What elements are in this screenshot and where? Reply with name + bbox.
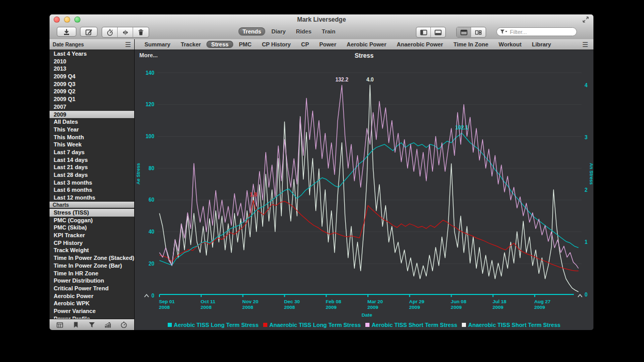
view-tab-trends[interactable]: Trends [238,27,265,36]
svg-text:40: 40 [149,229,155,235]
tab-stress[interactable]: Stress [206,41,233,48]
date-ranges-menu-icon[interactable]: ☰ [125,41,131,48]
date-range-last-4-years[interactable]: Last 4 Years [50,50,134,58]
legend-swatch [263,323,267,327]
legend-label: Aerobic TISS Long Term Stress [174,322,259,328]
view-single-icon [460,28,468,37]
date-range-2009[interactable]: 2009 [50,111,134,119]
split-arrows-icon [121,28,130,37]
panel-left-icon [420,28,428,37]
stress-chart[interactable]: 14012010080604020043210Ae StressAn Stres… [135,50,593,330]
chart-aerobic-wpk[interactable]: Aerobic WPK [50,300,134,307]
tabstrip-menu-icon[interactable]: ☰ [582,41,588,48]
date-range-last-12-months[interactable]: Last 12 months [50,194,134,202]
legend-item: Anaerobic TISS Long Term Stress [263,322,361,328]
chart-legend: Aerobic TISS Long Term StressAnaerobic T… [135,322,593,328]
tab-tracker[interactable]: Tracker [176,41,205,48]
chart-pmc-coggan-[interactable]: PMC (Coggan) [50,217,134,224]
filter-input[interactable] [509,28,573,36]
tab-time-in-zone[interactable]: Time In Zone [449,41,493,48]
svg-text:Aug 27: Aug 27 [534,299,551,304]
title-bar[interactable]: Mark Liversedge [50,14,593,25]
legend-item: Anaerobic TISS Short Term Stress [462,322,560,328]
view-tiled-icon [474,28,482,37]
chart-power-variance[interactable]: Power Variance [50,307,134,315]
delete-button[interactable] [133,27,149,37]
header-row: Date Ranges ☰ SummaryTrackerStressPMCCP … [50,39,593,50]
date-range-this-week[interactable]: This Week [50,141,134,149]
chart-track-weight[interactable]: Track Weight [50,246,134,254]
view-tab-train[interactable]: Train [318,27,340,36]
date-range-2009-q3[interactable]: 2009 Q3 [50,80,134,88]
date-range-last-21-days[interactable]: Last 21 days [50,163,134,171]
date-range-last-7-days[interactable]: Last 7 days [50,149,134,156]
filter-field[interactable] [496,27,577,36]
tab-anaerobic-power[interactable]: Anaerobic Power [392,41,448,48]
chart-pmc-skiba-[interactable]: PMC (Skiba) [50,224,134,232]
edit-button[interactable] [80,27,98,37]
tab-cp-history[interactable]: CP History [257,41,295,48]
tab-cp[interactable]: CP [296,41,313,48]
svg-text:80: 80 [149,166,155,171]
fullscreen-icon[interactable] [582,16,589,23]
date-range-last-6-months[interactable]: Last 6 months [50,186,134,194]
date-range-2009-q2[interactable]: 2009 Q2 [50,88,134,95]
view-tab-rides[interactable]: Rides [292,27,316,36]
date-range-2010[interactable]: 2010 [50,58,134,65]
tab-pmc[interactable]: PMC [234,41,256,48]
toggle-bottombar-button[interactable] [431,27,445,37]
date-range-last-3-months[interactable]: Last 3 months [50,179,134,187]
tab-power[interactable]: Power [315,41,341,48]
tiled-view-button[interactable] [471,27,486,37]
legend-swatch [168,323,172,327]
tab-library[interactable]: Library [527,41,556,48]
date-ranges-header[interactable]: Date Ranges ☰ [50,39,135,50]
charts-header[interactable]: Charts [50,201,134,208]
svg-text:2009: 2009 [534,304,545,310]
date-range-this-year[interactable]: This Year [50,126,134,134]
toggle-sidebar-button[interactable] [416,27,431,37]
date-range-2013[interactable]: 2013 [50,65,134,73]
svg-text:Dec 30: Dec 30 [284,299,300,304]
date-range-2009-q1[interactable]: 2009 Q1 [50,95,134,103]
calendar-icon[interactable] [56,321,63,328]
desktop: Mark Liversedge [0,0,644,362]
download-button[interactable] [57,27,76,37]
date-range-this-month[interactable]: This Month [50,134,134,141]
svg-text:1: 1 [585,239,588,245]
svg-text:100: 100 [146,134,154,139]
date-range-last-28-days[interactable]: Last 28 days [50,171,134,179]
date-range-last-14-days[interactable]: Last 14 days [50,156,134,164]
chart-kpi-tracker[interactable]: KPI Tracker [50,232,134,239]
filter-funnel-icon[interactable] [500,29,507,35]
chart-tab-strip: SummaryTrackerStressPMCCP HistoryCPPower… [135,39,593,50]
bookmark-icon[interactable] [72,321,79,328]
legend-label: Anaerobic TISS Long Term Stress [269,322,361,328]
chart-time-in-hr-zone[interactable]: Time In HR Zone [50,270,134,277]
filter-icon[interactable] [88,321,95,328]
tab-summary[interactable]: Summary [140,41,175,48]
sidebar: Last 4 Years201020132009 Q42009 Q32009 Q… [50,50,135,330]
chart-aerobic-power[interactable]: Aerobic Power [50,292,134,300]
chart-time-in-power-zone-stacked-[interactable]: Time In Power Zone (Stacked) [50,254,134,262]
chart-time-in-power-zone-bar-[interactable]: Time In Power Zone (Bar) [50,262,134,270]
interval-button[interactable] [102,27,118,37]
chart-power-distribution[interactable]: Power Distribution [50,277,134,285]
chart-cp-history[interactable]: CP History [50,239,134,247]
svg-text:20: 20 [149,261,155,267]
legend-label: Aerobic TISS Short Term Stress [372,322,457,328]
date-range-2009-q4[interactable]: 2009 Q4 [50,73,134,80]
tab-workout[interactable]: Workout [494,41,526,48]
date-range-all-dates[interactable]: All Dates [50,118,134,126]
date-range-2007[interactable]: 2007 [50,103,134,111]
gauge-icon[interactable] [120,321,127,328]
single-view-button[interactable] [457,27,471,37]
svg-text:Jun 08: Jun 08 [451,299,466,304]
chart-stress-tiss-[interactable]: Stress (TISS) [50,209,134,217]
tab-aerobic-power[interactable]: Aerobic Power [342,41,391,48]
chart-critical-power-trend[interactable]: Critical Power Trend [50,285,134,292]
split-button[interactable] [118,27,133,37]
ride-tools-group [102,27,149,38]
chart-bars-icon[interactable] [104,321,111,328]
view-tab-diary[interactable]: Diary [267,27,290,36]
